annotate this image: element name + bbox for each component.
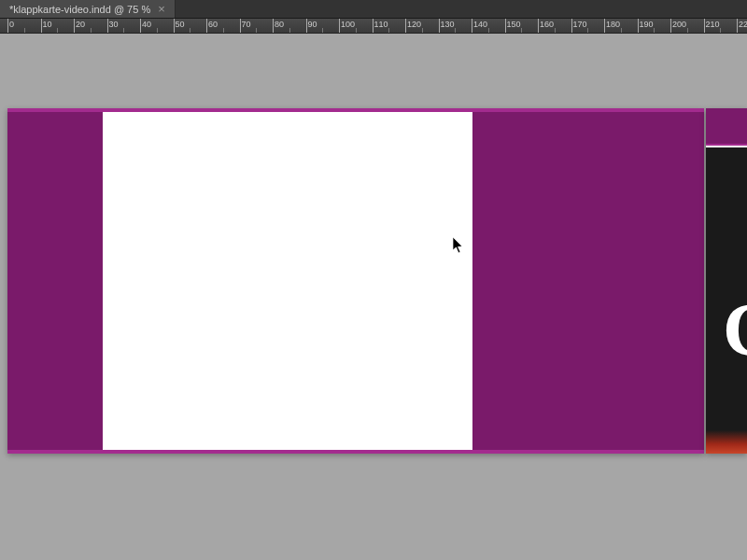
horizontal-ruler[interactable]: 0102030405060708090100110120130140150160… [0,19,747,34]
ruler-label: 30 [107,20,119,29]
ruler-label: 200 [670,20,686,29]
ruler-label: 170 [571,20,587,29]
panel-purple-header [706,108,747,146]
ruler-label: 190 [638,20,654,29]
document-tab-bar: *klappkarte-video.indd @ 75 % × [0,0,747,19]
page-spread-right[interactable]: C [706,108,747,454]
ruler-label: 0 [7,20,14,29]
image-content [706,430,747,454]
close-icon[interactable]: × [156,3,167,15]
document-tab-title: *klappkarte-video.indd @ 75 % [9,4,150,15]
ruler-label: 40 [140,20,151,29]
guide-bottom [7,450,704,454]
ruler-label: 20 [74,20,85,29]
ruler-label: 90 [306,20,317,29]
ruler-label: 110 [373,20,388,29]
ruler-label: 160 [538,20,554,29]
ruler-label: 70 [240,20,251,29]
headline-glyph: C [723,287,747,372]
ruler-label: 80 [273,20,284,29]
panel-purple-right[interactable] [472,112,704,450]
page-spread-left[interactable] [7,108,704,454]
ruler-label: 140 [472,20,487,29]
ruler-label: 10 [41,20,52,29]
ruler-label: 130 [439,20,455,29]
panel-white-center[interactable] [103,112,472,450]
ruler-label: 150 [505,20,521,29]
ruler-label: 180 [604,20,620,29]
ruler-label: 50 [174,20,185,29]
ruler-label: 120 [405,20,421,29]
panel-purple-left[interactable] [7,112,103,450]
ruler-label: 100 [339,20,355,29]
document-canvas[interactable]: C [0,34,747,560]
ruler-label: 210 [704,20,720,29]
ruler-label: 220 [737,20,747,29]
image-frame[interactable]: C [706,147,747,454]
ruler-label: 60 [206,20,218,29]
document-tab[interactable]: *klappkarte-video.indd @ 75 % × [0,0,176,18]
